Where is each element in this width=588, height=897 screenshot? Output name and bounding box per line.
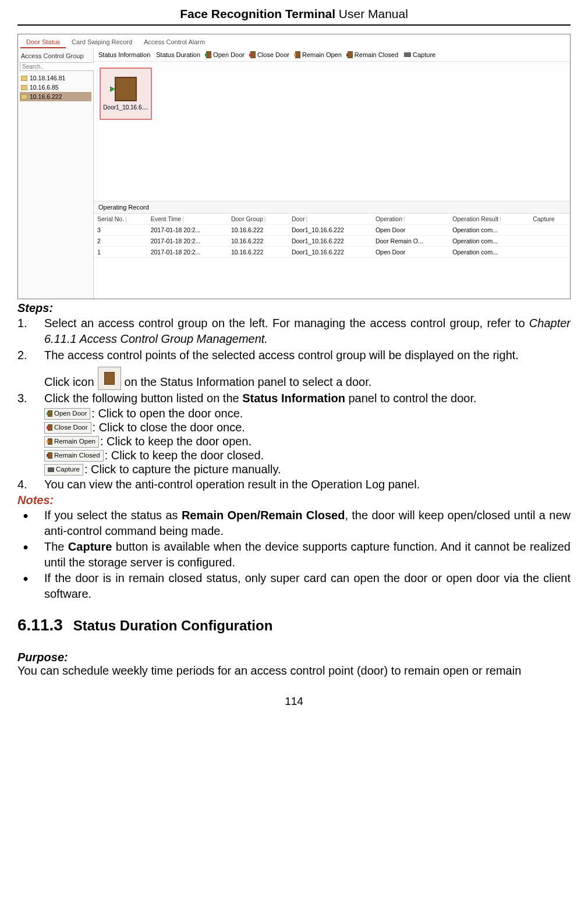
toolbar-open-door[interactable]: Open Door bbox=[206, 51, 245, 58]
header-title-bold: Face Recognition Terminal bbox=[180, 7, 335, 20]
door-remain-closed-icon bbox=[348, 51, 353, 58]
tab-door-status[interactable]: Door Status bbox=[20, 37, 66, 48]
folder-label: 10.16.6.85 bbox=[30, 84, 59, 91]
table-row: 12017-01-18 20:2...10.16.6.222Door1_10.1… bbox=[94, 247, 570, 258]
tab-alarm[interactable]: Access Control Alarm bbox=[138, 37, 211, 48]
th-door: Door| bbox=[288, 214, 372, 225]
step-4: 4. You can view the anti-control operati… bbox=[17, 477, 571, 492]
page-number: 114 bbox=[17, 695, 571, 708]
step-3: 3. Click the following button listed on … bbox=[17, 391, 571, 406]
note-2: ● The Capture button is available when t… bbox=[17, 539, 571, 570]
door-card[interactable]: Door1_10.16.6.... bbox=[100, 68, 152, 120]
camera-icon bbox=[404, 52, 411, 57]
folder-label: 10.18.146.81 bbox=[30, 75, 65, 81]
purpose-body: You can schedule weekly time periods for… bbox=[17, 664, 571, 678]
steps-heading: Steps: bbox=[17, 302, 571, 315]
tab-card-swiping[interactable]: Card Swiping Record bbox=[66, 37, 138, 48]
th-operation: Operation| bbox=[372, 214, 449, 225]
folder-label: 10.16.6.222 bbox=[30, 93, 62, 100]
door-open-icon bbox=[206, 51, 211, 58]
th-event-time: Event Time| bbox=[147, 214, 228, 225]
door-icon bbox=[115, 77, 137, 101]
step-1: 1. Select an access control group on the… bbox=[17, 315, 571, 347]
btn-open-door-desc: Open Door: Click to open the door once. bbox=[44, 407, 571, 420]
toolbar-remain-closed[interactable]: Remain Closed bbox=[348, 51, 398, 58]
operating-record-title: Operating Record bbox=[94, 201, 570, 214]
sidebar: Access Control Group 🔍 10.18.146.81 10.1… bbox=[18, 48, 94, 299]
header-title-rest: User Manual bbox=[335, 7, 408, 20]
th-capture: Capture bbox=[529, 214, 570, 225]
sidebar-folder[interactable]: 10.18.146.81 bbox=[20, 73, 91, 83]
toolbar-status-info[interactable]: Status Information bbox=[98, 51, 150, 58]
sidebar-folder[interactable]: 10.16.6.85 bbox=[20, 83, 91, 92]
door-remain-open-icon bbox=[295, 51, 300, 58]
app-screenshot: Door Status Card Swiping Record Access C… bbox=[17, 34, 571, 299]
door-card-label: Door1_10.16.6.... bbox=[103, 104, 148, 111]
page-header: Face Recognition Terminal User Manual bbox=[17, 7, 571, 26]
th-serial: Serial No.| bbox=[94, 214, 147, 225]
purpose-heading: Purpose: bbox=[17, 651, 571, 664]
th-door-group: Door Group| bbox=[228, 214, 288, 225]
btn-remain-closed-desc: Remain Closed: Click to keep the door cl… bbox=[44, 449, 571, 462]
sidebar-title: Access Control Group bbox=[20, 51, 91, 62]
operating-record-table: Serial No.| Event Time| Door Group| Door… bbox=[94, 214, 570, 258]
sidebar-folder-active[interactable]: 10.16.6.222 bbox=[20, 92, 91, 101]
door-icon-inline bbox=[98, 367, 121, 390]
table-row: 32017-01-18 20:2...10.16.6.222Door1_10.1… bbox=[94, 225, 570, 236]
btn-capture-desc: Capture: Click to capture the picture ma… bbox=[44, 463, 571, 476]
note-3: ● If the door is in remain closed status… bbox=[17, 570, 571, 601]
toolbar-remain-open[interactable]: Remain Open bbox=[295, 51, 342, 58]
folder-icon bbox=[21, 76, 27, 81]
btn-remain-open-desc: Remain Open: Click to keep the door open… bbox=[44, 435, 571, 448]
table-row: 22017-01-18 20:2...10.16.6.222Door1_10.1… bbox=[94, 236, 570, 247]
door-close-icon bbox=[250, 51, 256, 58]
search-input[interactable] bbox=[20, 62, 98, 71]
section-title: Status Duration Configuration bbox=[73, 618, 273, 633]
notes-heading: Notes: bbox=[17, 494, 571, 507]
section-heading: 6.11.3 Status Duration Configuration bbox=[17, 616, 571, 634]
toolbar-capture[interactable]: Capture bbox=[404, 51, 435, 58]
btn-close-door-desc: Close Door: Click to close the door once… bbox=[44, 421, 571, 434]
step-2: 2. The access control points of the sele… bbox=[17, 348, 571, 390]
folder-icon bbox=[21, 94, 27, 100]
toolbar-status-dur[interactable]: Status Duration bbox=[156, 51, 200, 58]
th-op-result: Operation Result| bbox=[449, 214, 529, 225]
note-1: ● If you select the status as Remain Ope… bbox=[17, 508, 571, 538]
section-number: 6.11.3 bbox=[17, 616, 63, 634]
folder-icon bbox=[21, 85, 27, 90]
toolbar-close-door[interactable]: Close Door bbox=[250, 51, 289, 58]
